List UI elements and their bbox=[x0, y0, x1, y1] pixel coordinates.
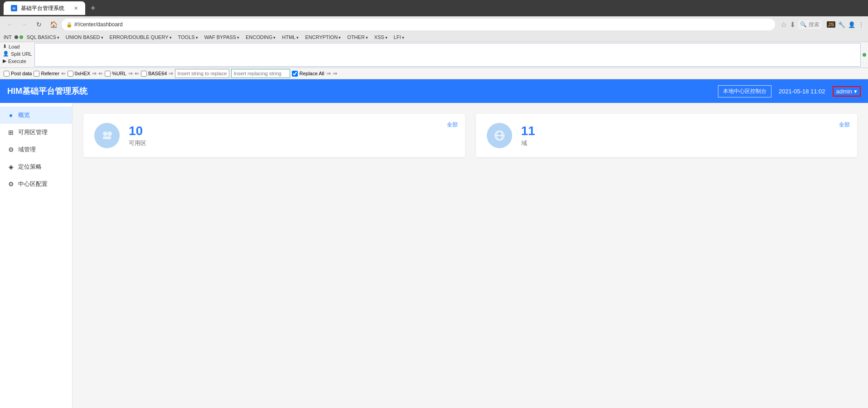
address-bar[interactable]: 🔒 #!/center/dashboard bbox=[62, 19, 775, 30]
replace-all-checkbox[interactable] bbox=[292, 71, 298, 77]
header-datetime: 2021-05-18 11:02 bbox=[779, 88, 825, 95]
execute-icon: ▶ bbox=[3, 58, 6, 64]
sidebar-item-location-policy[interactable]: ◈ 定位策略 bbox=[0, 158, 72, 175]
extensions-icon: 🔧 bbox=[838, 21, 845, 28]
arrow-icon-4: ⇒ bbox=[128, 70, 133, 77]
overview-icon: ● bbox=[7, 112, 15, 119]
admin-dropdown-icon: ▾ bbox=[854, 88, 857, 95]
sidebar-label-domain: 域管理 bbox=[18, 146, 36, 154]
tab-favicon: H bbox=[11, 5, 17, 11]
domain-card-info: 11 域 bbox=[521, 124, 847, 147]
arrow-icon-8: ⇒ bbox=[333, 70, 337, 77]
svg-point-1 bbox=[107, 131, 112, 136]
insert-replacing-input[interactable] bbox=[231, 69, 290, 78]
center-config-icon: ⚙ bbox=[7, 180, 15, 188]
new-tab-button[interactable]: + bbox=[91, 4, 96, 13]
hackbar-waf-bypass[interactable]: WAF BYPASS bbox=[202, 34, 242, 41]
arrow-icon-1: ⇐ bbox=[61, 70, 66, 77]
hackbar-bottom-bar: Post data Referrer ⇐ 0xHEX ⇒ ⇐ %URL ⇒ ⇐ … bbox=[0, 68, 868, 79]
domain-label: 域 bbox=[521, 139, 847, 147]
app-header: HIM基础平台管理系统 本地中心区控制台 2021-05-18 11:02 ad… bbox=[0, 79, 868, 103]
menu-icon[interactable]: ⋮ bbox=[858, 21, 864, 28]
browser-nav-bar: ← → ↻ 🏠 🔒 #!/center/dashboard ☆ ⬇ 🔍 搜索 J… bbox=[0, 16, 868, 33]
base64-checkbox-label[interactable]: BASE64 bbox=[141, 71, 167, 77]
domain-all-link[interactable]: 全部 bbox=[839, 121, 850, 129]
admin-menu[interactable]: admin ▾ bbox=[833, 86, 861, 97]
sidebar: ● 概览 ⊞ 可用区管理 ⚙ 域管理 ◈ 定位策略 ⚙ 中心区配置 bbox=[0, 103, 73, 408]
sidebar-item-availability-zone[interactable]: ⊞ 可用区管理 bbox=[0, 124, 72, 141]
hackbar-execute-button[interactable]: ▶ Execute bbox=[2, 58, 33, 64]
hex-checkbox-label[interactable]: 0xHEX bbox=[68, 71, 90, 77]
hackbar-int-label: INT bbox=[2, 34, 14, 41]
post-data-checkbox[interactable] bbox=[4, 71, 10, 77]
availability-zone-icon: ⊞ bbox=[7, 129, 15, 136]
referrer-checkbox-label[interactable]: Referrer bbox=[34, 71, 59, 77]
referrer-checkbox[interactable] bbox=[34, 71, 39, 77]
post-data-checkbox-label[interactable]: Post data bbox=[4, 71, 32, 77]
availability-zone-number: 10 bbox=[129, 124, 454, 138]
hackbar-sql-basics[interactable]: SQL BASICS bbox=[24, 34, 62, 41]
stat-card-availability-zone: 10 可用区 全部 bbox=[83, 114, 465, 157]
refresh-button[interactable]: ↻ bbox=[33, 18, 45, 31]
arrow-icon-6: ⇒ bbox=[169, 70, 173, 77]
hackbar-dot-green bbox=[19, 35, 23, 39]
svg-rect-2 bbox=[103, 136, 111, 139]
cards-row: 10 可用区 全部 11 域 全部 bbox=[83, 114, 857, 157]
hackbar-load-button[interactable]: ⬇ Load bbox=[2, 43, 33, 50]
hackbar-split-url-button[interactable]: 👤 Split URL bbox=[2, 50, 33, 57]
search-button[interactable]: 🔍 搜索 bbox=[798, 20, 821, 29]
hackbar-error-double[interactable]: ERROR/DOUBLE QUERY bbox=[107, 34, 175, 41]
hackbar-html[interactable]: HTML bbox=[279, 34, 301, 41]
hackbar-menu-bar: INT SQL BASICS UNION BASED ERROR/DOUBLE … bbox=[0, 33, 868, 42]
sidebar-item-overview[interactable]: ● 概览 bbox=[0, 107, 72, 124]
hackbar-dot-dark bbox=[15, 35, 18, 39]
back-button[interactable]: ← bbox=[4, 18, 16, 31]
arrow-icon-2: ⇒ bbox=[92, 70, 97, 77]
app-title: HIM基础平台管理系统 bbox=[7, 86, 718, 97]
hackbar-tools[interactable]: TOOLS bbox=[175, 34, 201, 41]
availability-zone-card-info: 10 可用区 bbox=[129, 124, 454, 147]
url-checkbox-label[interactable]: %URL bbox=[105, 71, 126, 77]
main-content: 10 可用区 全部 11 域 全部 bbox=[73, 103, 868, 408]
hackbar-url-area: ⬇ Load 👤 Split URL ▶ Execute bbox=[0, 42, 868, 68]
url-checkbox[interactable] bbox=[105, 71, 111, 77]
availability-zone-label: 可用区 bbox=[129, 139, 454, 147]
stat-card-domain: 11 域 全部 bbox=[476, 114, 858, 157]
forward-button[interactable]: → bbox=[18, 18, 31, 31]
sidebar-item-center-config[interactable]: ⚙ 中心区配置 bbox=[0, 175, 72, 193]
download-button[interactable]: ⬇ bbox=[790, 20, 795, 29]
sidebar-label-availability-zone: 可用区管理 bbox=[18, 128, 48, 136]
hackbar-union-based[interactable]: UNION BASED bbox=[63, 34, 106, 41]
hex-checkbox[interactable] bbox=[68, 71, 73, 77]
bookmark-button[interactable]: ☆ bbox=[781, 20, 787, 29]
app-header-right: 本地中心区控制台 2021-05-18 11:02 admin ▾ bbox=[718, 85, 861, 97]
sidebar-item-domain[interactable]: ⚙ 域管理 bbox=[0, 141, 72, 158]
sidebar-label-overview: 概览 bbox=[18, 111, 30, 119]
replace-all-checkbox-label[interactable]: Replace All bbox=[292, 71, 324, 77]
sidebar-label-location-policy: 定位策略 bbox=[18, 163, 42, 171]
insert-string-input[interactable] bbox=[175, 69, 229, 78]
hackbar-xss[interactable]: XSS bbox=[372, 34, 390, 41]
base64-checkbox[interactable] bbox=[141, 71, 147, 77]
browser-tab[interactable]: H 基础平台管理系统 ✕ bbox=[4, 1, 85, 15]
admin-label: admin bbox=[836, 88, 852, 95]
tab-close-button[interactable]: ✕ bbox=[74, 5, 78, 11]
split-url-icon: 👤 bbox=[3, 51, 9, 57]
hackbar-url-input[interactable] bbox=[34, 43, 861, 67]
hackbar-actions: ⬇ Load 👤 Split URL ▶ Execute bbox=[2, 43, 33, 67]
availability-zone-all-link[interactable]: 全部 bbox=[447, 121, 458, 129]
hackbar-lfi[interactable]: LFI bbox=[391, 34, 407, 41]
tab-title: 基础平台管理系统 bbox=[21, 5, 64, 12]
address-text: #!/center/dashboard bbox=[74, 21, 123, 28]
hackbar-encoding[interactable]: ENCODING bbox=[243, 34, 278, 41]
arrow-icon-7: ⇒ bbox=[326, 70, 331, 77]
home-button[interactable]: 🏠 bbox=[47, 18, 60, 31]
availability-zone-card-icon bbox=[94, 123, 120, 148]
hackbar-encryption[interactable]: ENCRYPTION bbox=[302, 34, 344, 41]
hackbar-other[interactable]: OTHER bbox=[344, 34, 371, 41]
profile-icon: 👤 bbox=[848, 21, 855, 28]
domain-icon: ⚙ bbox=[7, 146, 15, 153]
arrow-icon-5: ⇐ bbox=[135, 70, 139, 77]
location-policy-icon: ◈ bbox=[7, 163, 15, 170]
region-button[interactable]: 本地中心区控制台 bbox=[718, 85, 771, 97]
